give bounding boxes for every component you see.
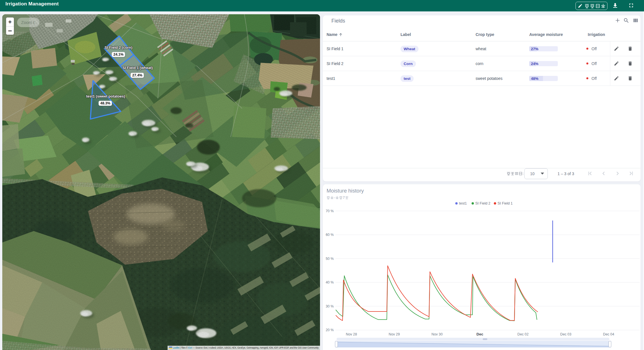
svg-text:Nov 28: Nov 28: [346, 332, 357, 336]
svg-text:Dec: Dec: [476, 332, 483, 336]
svg-text:20 %: 20 %: [326, 328, 334, 332]
svg-text:Dec 04: Dec 04: [603, 332, 614, 336]
svg-text:Nov 29: Nov 29: [389, 332, 400, 336]
svg-text:30 %: 30 %: [326, 304, 334, 308]
svg-text:60 %: 60 %: [326, 233, 334, 237]
svg-text:70 %: 70 %: [326, 209, 334, 213]
svg-text:40 %: 40 %: [326, 280, 334, 284]
svg-text:50 %: 50 %: [326, 257, 334, 261]
svg-text:Dec 02: Dec 02: [518, 332, 529, 336]
svg-text:Dec 03: Dec 03: [560, 332, 571, 336]
svg-text:Nov 30: Nov 30: [432, 332, 443, 336]
